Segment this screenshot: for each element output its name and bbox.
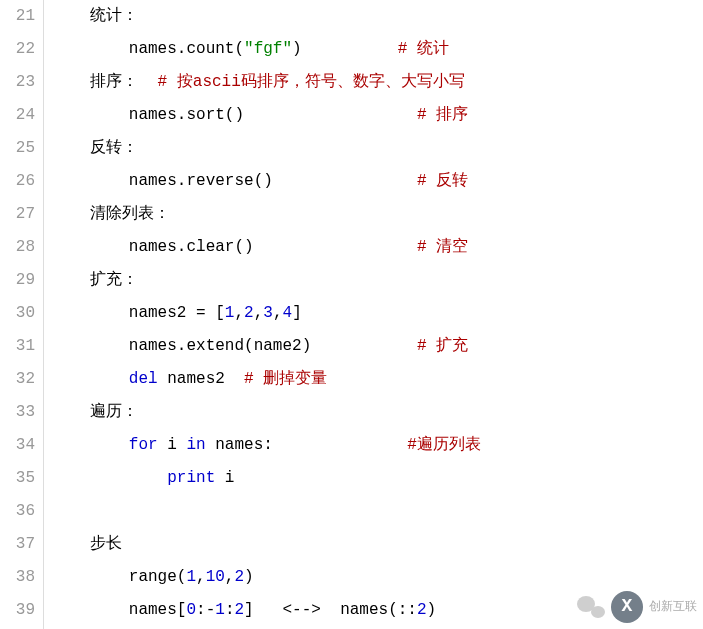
code-line: names[0:-1:2] <--> names(::2) — [52, 594, 703, 627]
token-pad — [186, 304, 196, 322]
token-num: 10 — [206, 568, 225, 586]
token-punc: , — [273, 304, 283, 322]
code-line: 反转： — [52, 132, 703, 165]
token-punc: : — [263, 436, 273, 454]
token-com: # 扩充 — [417, 337, 468, 355]
token-pad — [206, 304, 216, 322]
token-pad — [273, 172, 417, 190]
token-text: 遍历： — [90, 403, 138, 421]
token-punc: . — [177, 40, 187, 58]
token-kw: print — [167, 469, 215, 487]
token-name: count — [186, 40, 234, 58]
line-number: 33 — [0, 396, 35, 429]
token-punc: ) — [263, 172, 273, 190]
token-text: 反转： — [90, 139, 138, 157]
token-kw: for — [129, 436, 158, 454]
line-number-gutter: 21222324252627282930313233343536373839 — [0, 0, 44, 629]
token-com: # 排序 — [417, 106, 468, 124]
code-line: names.sort() # 排序 — [52, 99, 703, 132]
token-punc: . — [177, 106, 187, 124]
token-pad — [244, 106, 417, 124]
token-punc: ( — [254, 172, 264, 190]
token-com: # 清空 — [417, 238, 468, 256]
code-line: 步长 — [52, 528, 703, 561]
token-num: 0 — [186, 601, 196, 619]
token-kw: in — [186, 436, 205, 454]
token-com: # 按ascii码排序，符号、数字、大写小写 — [158, 73, 465, 91]
token-name: i — [167, 436, 177, 454]
token-punc: . — [177, 238, 187, 256]
token-name: names — [129, 106, 177, 124]
token-text: 步长 — [90, 535, 122, 553]
token-punc: ) — [427, 601, 437, 619]
line-number: 31 — [0, 330, 35, 363]
code-line: 扩充： — [52, 264, 703, 297]
code-line: 统计： — [52, 0, 703, 33]
code-line: names.count("fgf") # 统计 — [52, 33, 703, 66]
token-punc: ( — [234, 238, 244, 256]
token-pad — [311, 337, 417, 355]
token-num: 1 — [186, 568, 196, 586]
token-com: # 反转 — [417, 172, 468, 190]
token-punc: ) — [292, 40, 302, 58]
token-pad — [321, 601, 340, 619]
token-name: names — [129, 238, 177, 256]
token-punc: ) — [244, 568, 254, 586]
token-num: 2 — [234, 568, 244, 586]
line-number: 27 — [0, 198, 35, 231]
token-punc: ( — [177, 568, 187, 586]
line-number: 37 — [0, 528, 35, 561]
token-pad — [158, 370, 168, 388]
token-punc: - — [206, 601, 216, 619]
token-punc: ] — [292, 304, 302, 322]
code-line: 排序： # 按ascii码排序，符号、数字、大写小写 — [52, 66, 703, 99]
code-line: names.clear() # 清空 — [52, 231, 703, 264]
token-punc: ( — [234, 40, 244, 58]
token-name: names — [129, 601, 177, 619]
line-number: 38 — [0, 561, 35, 594]
token-name: names — [129, 172, 177, 190]
token-kw: del — [129, 370, 158, 388]
line-number: 25 — [0, 132, 35, 165]
token-num: 2 — [417, 601, 427, 619]
token-punc: <--> — [283, 601, 321, 619]
token-num: 2 — [244, 304, 254, 322]
token-punc: ( — [388, 601, 398, 619]
token-punc: ( — [225, 106, 235, 124]
token-pad — [177, 436, 187, 454]
token-pad — [254, 238, 417, 256]
code-line: names.extend(name2) # 扩充 — [52, 330, 703, 363]
line-number: 21 — [0, 0, 35, 33]
line-number: 35 — [0, 462, 35, 495]
token-num: 3 — [263, 304, 273, 322]
token-com: # 删掉变量 — [244, 370, 327, 388]
token-name: i — [225, 469, 235, 487]
token-com: #遍历列表 — [407, 436, 481, 454]
code-line: print i — [52, 462, 703, 495]
token-name: names2 — [129, 304, 187, 322]
line-number: 28 — [0, 231, 35, 264]
token-punc: : — [398, 601, 408, 619]
line-number: 23 — [0, 66, 35, 99]
code-line: names2 = [1,2,3,4] — [52, 297, 703, 330]
token-name: range — [129, 568, 177, 586]
token-punc: = — [196, 304, 206, 322]
token-pad — [215, 469, 225, 487]
token-punc: ( — [244, 337, 254, 355]
token-punc: [ — [215, 304, 225, 322]
token-punc: , — [254, 304, 264, 322]
line-number: 30 — [0, 297, 35, 330]
line-number: 26 — [0, 165, 35, 198]
token-text: 排序： — [90, 73, 138, 91]
code-line: names.reverse() # 反转 — [52, 165, 703, 198]
code-line: 清除列表： — [52, 198, 703, 231]
line-number: 24 — [0, 99, 35, 132]
token-pad — [273, 436, 407, 454]
line-number: 39 — [0, 594, 35, 627]
token-punc: : — [407, 601, 417, 619]
token-num: 1 — [215, 601, 225, 619]
token-name: names — [129, 40, 177, 58]
line-number: 22 — [0, 33, 35, 66]
token-punc: ] — [244, 601, 254, 619]
token-punc: ) — [234, 106, 244, 124]
